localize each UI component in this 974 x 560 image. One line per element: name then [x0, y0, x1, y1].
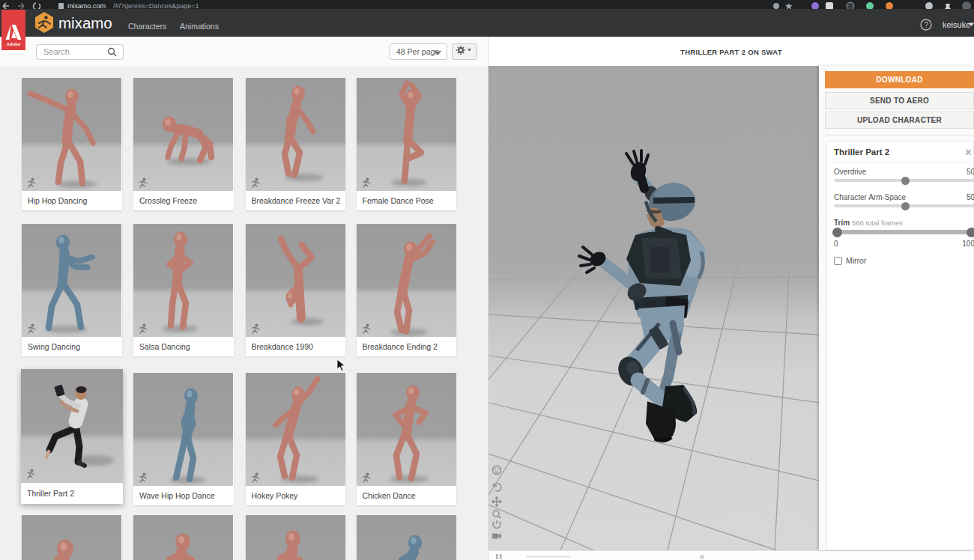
svg-text:keisuke: keisuke — [943, 20, 970, 29]
svg-text:mixamo: mixamo — [58, 14, 112, 31]
svg-text:Adobe: Adobe — [7, 42, 21, 46]
svg-text:?: ? — [925, 21, 929, 29]
